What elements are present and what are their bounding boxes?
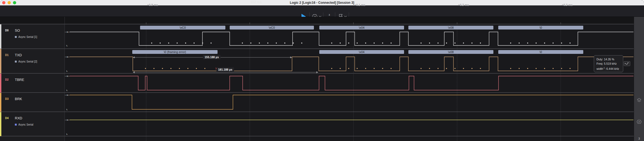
- timeline-minor-label: +0.9 ms: [147, 3, 158, 6]
- measurement-tooltip: Duty: 14.35 % Freq: 5.519 kHz width-1: 6…: [594, 55, 623, 72]
- channel-name-label[interactable]: RXD: [15, 116, 22, 120]
- logic2-window: Logic 2 [Logic16 - Connected] [Session 3…: [0, 0, 644, 141]
- tooltip-freq: Freq: 5.519 kHz: [596, 61, 621, 66]
- level-dash: [69, 76, 70, 76]
- level-label-high: H: [67, 119, 68, 121]
- channel-color-strip: [0, 74, 1, 93]
- channel-name-label[interactable]: TXD: [15, 53, 22, 57]
- level-label-low: L: [66, 44, 68, 47]
- level-dash: [65, 32, 66, 32]
- serial-frame-annotation: \0 (framing error): [132, 50, 218, 54]
- channel-color-strip: [0, 112, 1, 136]
- channel-id-label: D3: [5, 97, 9, 100]
- timeline-major-label: 652 ms: [251, 0, 262, 4]
- serial-frame-annotation: \xC0: [140, 26, 225, 29]
- level-dash: [65, 120, 66, 120]
- timeline-minor-label: +0.1 ms: [354, 3, 365, 6]
- level-dash: [69, 57, 70, 57]
- channel-color-strip: [0, 24, 1, 49]
- analyzer-color-swatch: [15, 124, 17, 126]
- measurement-width-chip[interactable]: 155.188 µs: [203, 55, 221, 59]
- serial-frame-annotation: \0: [498, 50, 583, 54]
- titlebar: Logic 2 [Logic16 - Connected] [Session 3…: [0, 0, 644, 5]
- level-dash: [69, 120, 70, 120]
- level-label-low: L: [66, 108, 68, 111]
- analyzers-panel-button[interactable]: [636, 97, 642, 104]
- analyzer-row[interactable]: Async Serial [1]: [15, 35, 37, 38]
- level-dash: [65, 76, 66, 76]
- device-panel-button[interactable]: 1F: [636, 119, 642, 126]
- level-label-high: H: [67, 94, 68, 96]
- row-separator: [0, 136, 634, 136]
- layers-icon: [636, 97, 642, 103]
- analyzer-label: Async Serial [1]: [18, 35, 37, 38]
- quick-measure-button[interactable]: [624, 61, 630, 66]
- waveform-area[interactable]: [65, 24, 634, 141]
- gridline: [250, 24, 250, 141]
- toolbar: 1F 3: [0, 5, 644, 17]
- level-dash: [69, 32, 70, 32]
- serial-frame-annotation: \xC0: [230, 26, 314, 29]
- gridline: [457, 24, 457, 141]
- serial-frame-annotation: \x08: [408, 26, 493, 29]
- level-label-high: H: [67, 56, 68, 58]
- level-label-low: L: [66, 89, 68, 91]
- timeline-ruler[interactable]: [0, 17, 644, 24]
- analyzer-label: Async Serial [2]: [18, 60, 37, 63]
- channel-id-label: D2: [5, 78, 9, 81]
- side-panel: 1F 3: [634, 17, 644, 141]
- channel-name-label[interactable]: TBRE: [15, 78, 24, 82]
- serial-frame-annotation: \x04: [319, 26, 404, 29]
- channel-id-label: D4: [5, 117, 9, 120]
- gridline: [146, 24, 146, 141]
- serial-frame-annotation: \x04: [319, 50, 404, 54]
- gridline: [561, 24, 561, 141]
- column-border: [65, 17, 65, 141]
- level-dash: [69, 95, 70, 95]
- channel-color-strip: [0, 49, 1, 73]
- analyzer-label: Async Serial: [18, 123, 33, 126]
- svg-text:1F: 1F: [638, 121, 640, 123]
- measurement-period-chip[interactable]: 181.188 µs: [216, 67, 234, 72]
- channel-color-strip: [0, 93, 1, 112]
- tooltip-duty: Duty: 14.35 %: [596, 57, 621, 61]
- row-separator: [0, 92, 634, 93]
- level-dash: [65, 57, 66, 57]
- gridline: [353, 24, 354, 141]
- analyzer-row[interactable]: Async Serial [2]: [15, 60, 37, 63]
- channel-id-label: D0: [5, 29, 9, 32]
- timeline-minor-label: +0.3 ms: [562, 3, 573, 6]
- channel-name-label[interactable]: BRK: [15, 97, 22, 101]
- level-label-low: L: [66, 70, 68, 72]
- level-label-high: H: [67, 75, 68, 77]
- channel-name-label[interactable]: SO: [15, 28, 20, 32]
- device-hexagon-icon: 1F: [636, 119, 642, 124]
- timeline-minor-label: +0.2 ms: [458, 3, 469, 6]
- row-separator: [0, 48, 634, 49]
- tooltip-width-inverse: width-1: 6.444 kHz: [596, 66, 621, 71]
- window-title: Logic 2 [Logic16 - Connected] [Session 3…: [0, 1, 644, 5]
- level-label-low: L: [66, 133, 68, 135]
- svg-text:3: 3: [328, 14, 330, 16]
- notification-badge[interactable]: 3: [634, 137, 644, 140]
- channel-id-label: D1: [5, 54, 9, 57]
- analyzer-color-swatch: [15, 36, 17, 38]
- serial-frame-annotation: \x08: [408, 50, 493, 54]
- row-separator: [0, 112, 634, 112]
- row-separator: [0, 73, 634, 74]
- level-label-high: H: [67, 31, 68, 33]
- level-dash: [65, 95, 66, 95]
- serial-frame-annotation: \0: [498, 26, 583, 29]
- row-separator: [0, 24, 634, 24]
- pulse-measure-icon: [625, 62, 629, 65]
- analyzer-color-swatch: [15, 61, 17, 63]
- analyzer-row[interactable]: Async Serial: [15, 123, 33, 126]
